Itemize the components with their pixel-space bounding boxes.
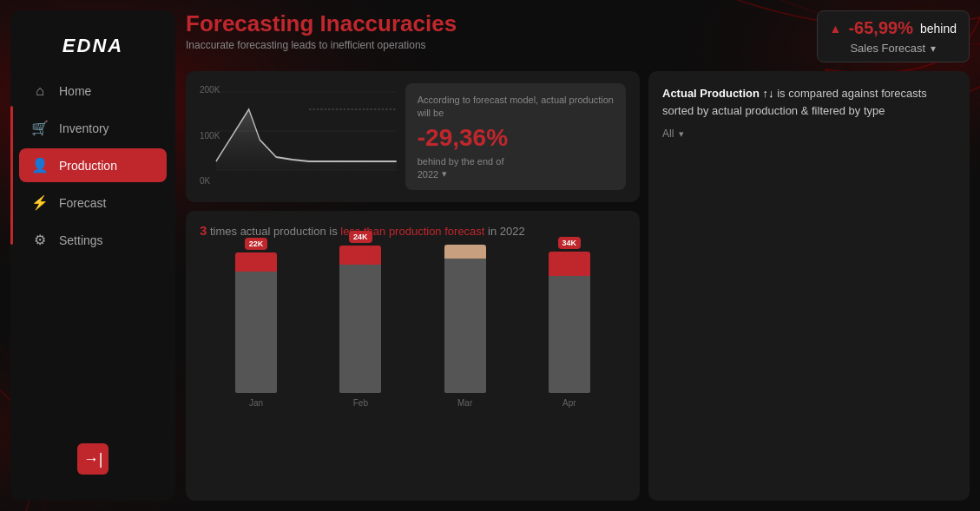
bar-main-feb	[339, 265, 381, 393]
left-panel: 200K 100K 0K	[186, 71, 640, 501]
sidebar-item-inventory[interactable]: 🛒 Inventory	[19, 111, 167, 145]
inventory-icon: 🛒	[31, 120, 49, 136]
chart-y-labels: 200K 100K 0K	[200, 83, 220, 187]
main-content: Forecasting Inaccuracies Inaccurate fore…	[186, 0, 980, 511]
bar-month-label-jan: Jan	[249, 398, 263, 408]
bar-top-segment-apr	[549, 252, 590, 276]
header-title-block: Forecasting Inaccuracies Inaccurate fore…	[186, 10, 457, 51]
production-icon: 👤	[31, 157, 49, 174]
bar-top-segment-jan	[235, 252, 277, 272]
right-panel-header: Actual Production ↑↓ is compared against…	[662, 85, 956, 119]
sidebar-nav: ⌂ Home 🛒 Inventory 👤 Production ⚡ Foreca…	[10, 75, 175, 257]
sidebar-item-label-home: Home	[59, 84, 91, 98]
bar-label-apr: 34K	[558, 237, 582, 249]
forecast-icon: ⚡	[31, 194, 49, 211]
y-label-0k: 0K	[200, 176, 220, 186]
bar-month-label-mar: Mar	[457, 398, 472, 408]
logout-button[interactable]: →|	[77, 443, 109, 475]
badge-bottom[interactable]: Sales Forecast ▾	[850, 42, 936, 55]
bar-month-label-apr: Apr	[562, 398, 576, 408]
line-chart-area: 200K 100K 0K	[200, 83, 397, 187]
info-text-after: behind by the end of	[418, 155, 614, 168]
info-will-be: will be	[418, 107, 614, 120]
header-badge: ▲ -65,99% behind Sales Forecast ▾	[817, 10, 970, 62]
bar-group-mar: Mar	[426, 239, 504, 408]
line-chart-card: 200K 100K 0K	[186, 71, 640, 202]
badge-top: ▲ -65,99% behind	[830, 18, 957, 38]
y-label-100k: 100K	[200, 131, 220, 141]
page-header: Forecasting Inaccuracies Inaccurate fore…	[186, 10, 970, 62]
info-year: 2022	[418, 169, 438, 180]
y-label-200k: 200K	[200, 85, 220, 95]
right-filter[interactable]: All ▾	[662, 128, 956, 140]
sidebar-item-label-forecast: Forecast	[59, 196, 106, 210]
bar-main-jan	[235, 272, 277, 393]
right-panel: Actual Production ↑↓ is compared against…	[648, 71, 970, 501]
filter-chevron-icon: ▾	[679, 128, 684, 140]
badge-behind-label: behind	[920, 22, 957, 36]
sidebar-item-label-inventory: Inventory	[59, 121, 109, 135]
bar-label-jan: 22K	[245, 238, 268, 250]
bar-title-before: times actual production is	[207, 225, 340, 238]
bar-chart-card: 3 times actual production is less than p…	[186, 211, 640, 501]
app-logo: EDNA	[10, 28, 175, 75]
bar-chart-container: 22KJan24KFebMar34KApr	[200, 252, 626, 408]
settings-icon: ⚙	[31, 232, 49, 248]
title-plain: Forecasting	[186, 10, 320, 36]
info-percent: -29,36%	[418, 124, 614, 152]
bar-chart-title: 3 times actual production is less than p…	[200, 223, 626, 238]
bar-group-jan: 22KJan	[217, 238, 295, 408]
badge-forecast-label: Sales Forecast	[850, 42, 925, 55]
page-title: Forecasting Inaccuracies	[186, 10, 457, 37]
chart-info-box: According to forecast model, actual prod…	[405, 83, 626, 190]
bar-group-apr: 34KApr	[530, 237, 608, 408]
sidebar-item-label-production: Production	[59, 159, 117, 173]
chevron-down-icon: ▾	[931, 43, 936, 55]
bar-main-mar	[444, 259, 486, 393]
sidebar: EDNA ⌂ Home 🛒 Inventory 👤 Production ⚡ F…	[10, 10, 175, 501]
info-year-row[interactable]: 2022 ▾	[418, 168, 614, 180]
sidebar-item-home[interactable]: ⌂ Home	[19, 75, 167, 108]
bar-title-after: in 2022	[484, 225, 524, 238]
sidebar-item-settings[interactable]: ⚙ Settings	[19, 223, 167, 257]
sidebar-item-forecast[interactable]: ⚡ Forecast	[19, 186, 167, 219]
bar-label-feb: 24K	[349, 231, 372, 243]
sidebar-item-label-settings: Settings	[59, 233, 103, 247]
page-subtitle: Inaccurate forecasting leads to ineffici…	[186, 39, 457, 51]
sidebar-accent-bar	[10, 106, 13, 245]
chevron-down-icon-2: ▾	[442, 168, 447, 180]
bar-top-segment-feb	[339, 246, 381, 265]
bar-main-apr	[549, 276, 590, 393]
bar-month-label-feb: Feb	[353, 398, 368, 408]
bar-group-feb: 24KFeb	[321, 231, 399, 408]
line-chart-svg	[200, 83, 397, 187]
sidebar-bottom: →|	[10, 443, 175, 483]
actual-production-label: Actual Production ↑↓	[662, 87, 774, 100]
title-highlight: Inaccuracies	[320, 10, 457, 36]
sidebar-item-production[interactable]: 👤 Production	[19, 148, 167, 182]
home-icon: ⌂	[31, 83, 49, 99]
badge-percent: -65,99%	[848, 18, 913, 38]
alert-triangle-icon: ▲	[830, 22, 842, 36]
info-text-before: According to forecast model, actual prod…	[418, 94, 614, 107]
content-area: 200K 100K 0K	[186, 71, 970, 501]
bar-top-segment-mar	[444, 245, 486, 259]
filter-label: All	[662, 128, 674, 140]
